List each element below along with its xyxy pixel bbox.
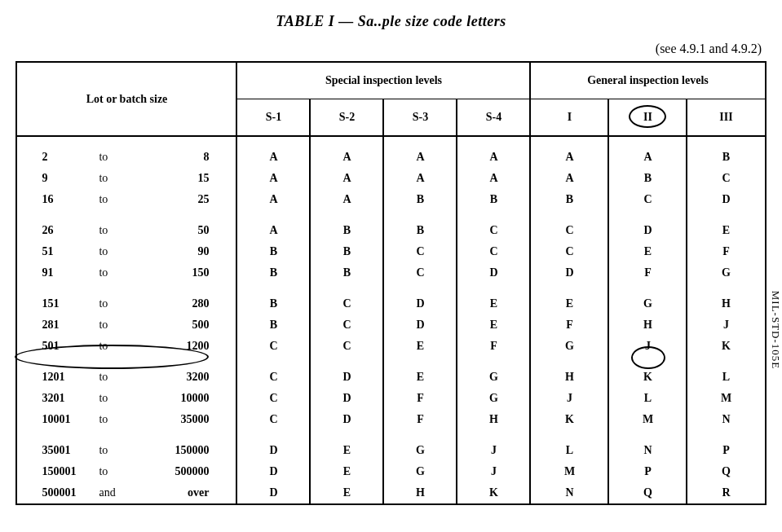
value-cell: C: [608, 189, 687, 210]
value-cell: E: [383, 336, 457, 357]
table-row: 35001to150000DEGJLNP: [16, 440, 765, 461]
value-cell: C: [310, 336, 383, 357]
table-title: TABLE I — Sa..ple size code letters: [12, 13, 770, 30]
table-row: 16to25AABBBCD: [16, 189, 765, 210]
lot-to-word: to: [99, 319, 144, 332]
header-s4: S-4: [457, 99, 530, 137]
value-cell: Q: [687, 461, 765, 482]
value-cell: D: [457, 262, 530, 284]
value-cell: C: [457, 241, 530, 262]
value-cell: C: [383, 241, 457, 262]
value-cell: C: [383, 262, 457, 284]
lot-from: 1201: [42, 371, 99, 384]
value-cell: B: [236, 293, 310, 314]
lot-to-value: 150: [144, 266, 217, 279]
value-cell: A: [310, 168, 383, 189]
value-cell: C: [236, 336, 310, 357]
table-row: 500001andoverDEHKNQR: [16, 482, 765, 504]
lot-to-value: 50: [144, 224, 217, 237]
table-row: 51to90BBCCCEF: [16, 241, 765, 262]
value-cell: C: [530, 241, 608, 262]
value-cell: G: [383, 461, 457, 482]
value-cell: N: [687, 409, 765, 430]
value-cell: L: [608, 388, 687, 409]
header-special: Special inspection levels: [236, 62, 530, 99]
value-cell: A: [310, 189, 383, 210]
value-cell: A: [236, 147, 310, 168]
value-cell: D: [236, 482, 310, 504]
page: TABLE I — Sa..ple size code letters (see…: [0, 0, 782, 532]
value-cell: C: [236, 388, 310, 409]
value-cell: B: [383, 220, 457, 241]
lot-cell: 3201to10000: [16, 388, 236, 409]
lot-to-word: to: [99, 297, 144, 310]
value-cell: G: [530, 336, 608, 357]
value-cell: D: [310, 367, 383, 388]
value-cell: A: [530, 168, 608, 189]
value-cell: A: [383, 168, 457, 189]
lot-cell: 150001to500000: [16, 461, 236, 482]
lot-to-word: to: [99, 224, 144, 237]
lot-cell: 1201to3200: [16, 367, 236, 388]
gap-row: [16, 136, 765, 147]
value-cell: B: [687, 147, 765, 168]
value-cell: C: [236, 409, 310, 430]
value-cell: E: [530, 293, 608, 314]
lot-from: 16: [42, 193, 99, 206]
lot-cell: 500001andover: [16, 482, 236, 504]
value-cell: E: [687, 220, 765, 241]
lot-cell: 35001to150000: [16, 440, 236, 461]
value-cell: D: [236, 461, 310, 482]
header-general: General inspection levels: [530, 62, 765, 99]
lot-to-value: 35000: [144, 413, 217, 426]
value-cell: F: [383, 388, 457, 409]
value-cell: E: [310, 482, 383, 504]
gap-row: [16, 357, 765, 367]
lot-to-value: 25: [144, 193, 217, 206]
gap-row: [16, 284, 765, 293]
lot-cell: 26to50: [16, 220, 236, 241]
value-cell: B: [457, 189, 530, 210]
lot-from: 501: [42, 340, 99, 353]
sample-size-table: Lot or batch size Special inspection lev…: [15, 61, 766, 505]
value-cell: E: [310, 461, 383, 482]
value-cell: K: [530, 409, 608, 430]
lot-to-value: 90: [144, 245, 217, 258]
value-cell: R: [687, 482, 765, 504]
lot-to-value: over: [144, 486, 217, 499]
lot-to-word: to: [99, 371, 144, 384]
lot-to-value: 10000: [144, 392, 217, 405]
value-cell: G: [383, 440, 457, 461]
lot-cell: 51to90: [16, 241, 236, 262]
value-cell: M: [608, 409, 687, 430]
value-cell: M: [687, 388, 765, 409]
value-cell: B: [310, 262, 383, 284]
table-row: 2to8AAAAAAB: [16, 147, 765, 168]
value-cell: J: [457, 461, 530, 482]
value-cell: B: [236, 314, 310, 336]
value-cell: P: [608, 461, 687, 482]
lot-cell: 9to15: [16, 168, 236, 189]
value-cell: H: [687, 293, 765, 314]
table-row: 26to50ABBCCDE: [16, 220, 765, 241]
value-cell: K: [457, 482, 530, 504]
lot-from: 91: [42, 266, 99, 279]
value-cell: D: [530, 262, 608, 284]
value-cell: L: [687, 367, 765, 388]
gap-row: [16, 430, 765, 440]
lot-to-word: to: [99, 392, 144, 405]
lot-to-value: 8: [144, 151, 217, 164]
lot-cell: 501to1200: [16, 336, 236, 357]
value-cell: H: [530, 367, 608, 388]
value-cell: E: [383, 367, 457, 388]
table-row: 281to500BCDEFHJ: [16, 314, 765, 336]
lot-to-word: to: [99, 340, 144, 353]
value-cell: D: [687, 189, 765, 210]
value-cell: A: [457, 168, 530, 189]
value-cell: G: [608, 293, 687, 314]
value-cell: A: [457, 147, 530, 168]
lot-cell: 16to25: [16, 189, 236, 210]
lot-from: 51: [42, 245, 99, 258]
value-cell: C: [457, 220, 530, 241]
lot-to-value: 15: [144, 172, 217, 185]
